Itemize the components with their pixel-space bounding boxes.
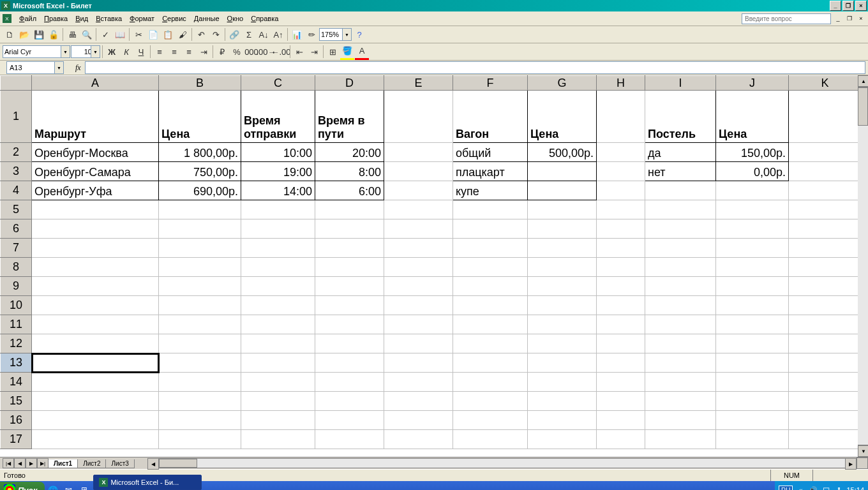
cell-G17[interactable]	[528, 430, 597, 449]
cell-D9[interactable]	[315, 277, 384, 296]
close-button[interactable]: ×	[855, 1, 867, 11]
col-header-H[interactable]: H	[597, 76, 645, 91]
cell-J10[interactable]	[716, 296, 789, 315]
cell-H6[interactable]	[597, 219, 645, 239]
cell-G13[interactable]	[528, 353, 597, 373]
row-header-7[interactable]: 7	[1, 239, 32, 258]
menu-сервис[interactable]: Сервис	[158, 13, 190, 24]
cell-E12[interactable]	[384, 334, 453, 353]
percent-icon[interactable]: %	[230, 45, 244, 59]
preview-icon[interactable]: 🔍	[80, 27, 94, 41]
cell-G9[interactable]	[528, 277, 597, 296]
cell-B10[interactable]	[159, 296, 241, 315]
quick-launch-ie-icon[interactable]: 🌐	[46, 483, 60, 490]
paste-icon[interactable]: 📋	[161, 27, 175, 41]
tab-nav-prev[interactable]: ◀	[14, 458, 26, 468]
cell-F8[interactable]	[453, 258, 528, 277]
cell-C13[interactable]	[241, 353, 315, 373]
cell-D6[interactable]	[315, 219, 384, 239]
cell-C16[interactable]	[241, 411, 315, 430]
cell-H2[interactable]	[597, 143, 645, 162]
cell-E1[interactable]	[384, 91, 453, 143]
cell-K4[interactable]	[789, 181, 862, 200]
cell-I14[interactable]	[645, 373, 716, 392]
cell-H17[interactable]	[597, 430, 645, 449]
cell-B5[interactable]	[159, 200, 241, 219]
cell-C5[interactable]	[241, 200, 315, 219]
save-icon[interactable]: 💾	[32, 27, 46, 41]
wagon-price-1[interactable]: 500,00р.	[528, 143, 597, 162]
cell-E13[interactable]	[384, 353, 453, 373]
cell-I12[interactable]	[645, 334, 716, 353]
row-header-12[interactable]: 12	[1, 334, 32, 353]
row-header-11[interactable]: 11	[1, 315, 32, 334]
start-button[interactable]: Пуск	[0, 482, 45, 490]
cell-C15[interactable]	[241, 392, 315, 411]
quick-launch-mail-icon[interactable]: ✉	[61, 483, 75, 490]
cell-H13[interactable]	[597, 353, 645, 373]
cell-D15[interactable]	[315, 392, 384, 411]
vertical-scrollbar[interactable]: ▲ ▼	[858, 75, 868, 457]
open-icon[interactable]: 📂	[17, 27, 31, 41]
cell-B12[interactable]	[159, 334, 241, 353]
cell-B14[interactable]	[159, 373, 241, 392]
cell-I8[interactable]	[645, 258, 716, 277]
row-header-8[interactable]: 8	[1, 258, 32, 277]
cell-J13[interactable]	[716, 353, 789, 373]
cell-F11[interactable]	[453, 315, 528, 334]
cell-K16[interactable]	[789, 411, 862, 430]
route-price-1[interactable]: 1 800,00р.	[159, 143, 241, 162]
language-indicator[interactable]: RU	[779, 486, 793, 491]
cell-E16[interactable]	[384, 411, 453, 430]
cell-G11[interactable]	[528, 315, 597, 334]
restore-button[interactable]: ❐	[842, 1, 854, 11]
research-icon[interactable]: 📖	[113, 27, 127, 41]
wagon-price-2[interactable]	[528, 162, 597, 181]
cell-F5[interactable]	[453, 200, 528, 219]
cell-I17[interactable]	[645, 430, 716, 449]
bold-icon[interactable]: Ж	[105, 45, 119, 59]
route-dur-3[interactable]: 6:00	[315, 181, 384, 200]
currency-icon[interactable]: ₽	[215, 45, 229, 59]
row-header-3[interactable]: 3	[1, 162, 32, 181]
cell-E10[interactable]	[384, 296, 453, 315]
format-painter-icon[interactable]: 🖌	[176, 27, 190, 41]
cell-E8[interactable]	[384, 258, 453, 277]
horizontal-scrollbar[interactable]: ◀ ▶	[147, 458, 857, 468]
cell-H1[interactable]	[597, 91, 645, 143]
zoom-box[interactable]: 175%▼	[319, 28, 352, 41]
wagon-type-1[interactable]: общий	[453, 143, 528, 162]
cell-D16[interactable]	[315, 411, 384, 430]
taskbar-task-1[interactable]: XMicrosoft Excel - Би...	[93, 475, 201, 490]
cell-G14[interactable]	[528, 373, 597, 392]
menu-вставка[interactable]: Вставка	[92, 13, 126, 24]
cell-J11[interactable]	[716, 315, 789, 334]
cell-I13[interactable]	[645, 353, 716, 373]
cell-B6[interactable]	[159, 219, 241, 239]
cell-E14[interactable]	[384, 373, 453, 392]
italic-icon[interactable]: К	[119, 45, 133, 59]
route-name-1[interactable]: Оренбург-Москва	[32, 143, 159, 162]
cell-I6[interactable]	[645, 219, 716, 239]
cell-A17[interactable]	[32, 430, 159, 449]
cell-B9[interactable]	[159, 277, 241, 296]
cell-J12[interactable]	[716, 334, 789, 353]
minimize-button[interactable]: _	[830, 1, 841, 11]
cell-J15[interactable]	[716, 392, 789, 411]
row-header-4[interactable]: 4	[1, 181, 32, 200]
cell-F15[interactable]	[453, 392, 528, 411]
tray-icon[interactable]: «	[795, 485, 805, 490]
cell-B17[interactable]	[159, 430, 241, 449]
bed-opt-1[interactable]: да	[645, 143, 716, 162]
row-header-1[interactable]: 1	[1, 91, 32, 143]
doc-restore-button[interactable]: ❐	[845, 15, 854, 22]
sort-asc-icon[interactable]: A↓	[257, 27, 271, 41]
cell-G8[interactable]	[528, 258, 597, 277]
fx-icon[interactable]: fx	[75, 63, 81, 73]
tray-volume-icon[interactable]: 🔊	[808, 485, 818, 490]
cell-G10[interactable]	[528, 296, 597, 315]
cell-A15[interactable]	[32, 392, 159, 411]
permission-icon[interactable]: 🔓	[47, 27, 61, 41]
cell-E5[interactable]	[384, 200, 453, 219]
cell-D7[interactable]	[315, 239, 384, 258]
